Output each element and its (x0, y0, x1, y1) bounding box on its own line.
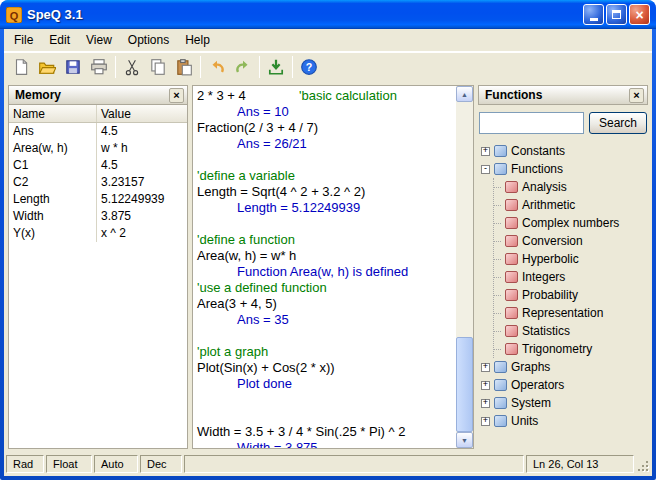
redo-button[interactable] (230, 54, 256, 80)
expand-icon[interactable] (481, 363, 490, 372)
open-button[interactable] (34, 54, 60, 80)
memory-panel: Memory × Name Value Ans 4.5 Area(w, h) w… (8, 85, 188, 449)
memory-row[interactable]: C1 4.5 (9, 157, 187, 174)
expand-icon[interactable] (481, 417, 490, 426)
tree-item-label: Graphs (511, 360, 550, 374)
memory-value: 3.875 (97, 208, 187, 225)
memory-row[interactable]: Width 3.875 (9, 208, 187, 225)
undo-icon (208, 58, 226, 76)
menu-options[interactable]: Options (120, 30, 177, 50)
copy-button[interactable] (145, 54, 171, 80)
status-message-area (184, 455, 524, 473)
tree-item-label: Trigonometry (522, 342, 592, 356)
collapse-icon[interactable] (481, 165, 490, 174)
tree-item-system[interactable]: System (481, 394, 648, 412)
tree-item-arithmetic[interactable]: Arithmetic (494, 196, 648, 214)
number-base-indicator[interactable]: Dec (140, 455, 182, 473)
column-header-name[interactable]: Name (9, 105, 97, 122)
functions-body: Search Constants Functions (478, 105, 648, 449)
memory-row[interactable]: Area(w, h) w * h (9, 140, 187, 157)
scrollbar-thumb[interactable] (456, 337, 473, 432)
menu-file[interactable]: File (6, 30, 41, 50)
tree-item-conversion[interactable]: Conversion (494, 232, 648, 250)
worksheet-result: Ans = 35 (197, 312, 456, 328)
tree-item-label: Functions (511, 162, 563, 176)
execute-button[interactable] (263, 54, 289, 80)
memory-name: C2 (9, 174, 97, 191)
worksheet-blank-line (197, 408, 456, 424)
tree-item-units[interactable]: Units (481, 412, 648, 430)
toolbar: ? (4, 51, 652, 81)
worksheet-result: Length = 5.12249939 (197, 200, 456, 216)
tree-item-functions[interactable]: Functions (481, 160, 648, 178)
resize-grip[interactable] (636, 455, 650, 473)
scrollbar-track[interactable] (456, 102, 473, 432)
title-bar[interactable]: Q SpeQ 3.1 × (0, 0, 656, 29)
functions-panel-title: Functions (485, 88, 542, 102)
functions-close-button[interactable]: × (629, 88, 644, 103)
tree-item-complex-numbers[interactable]: Complex numbers (494, 214, 648, 232)
worksheet-line: Fraction(2 / 3 + 4 / 7) (197, 120, 456, 136)
maximize-button[interactable] (606, 4, 627, 25)
menu-help[interactable]: Help (177, 30, 218, 50)
functions-tree: Constants Functions Analysis Arithmetic … (478, 142, 648, 449)
tree-item-graphs[interactable]: Graphs (481, 358, 648, 376)
tree-item-label: System (511, 396, 551, 410)
tree-item-operators[interactable]: Operators (481, 376, 648, 394)
tree-item-hyperbolic[interactable]: Hyperbolic (494, 250, 648, 268)
tree-item-probability[interactable]: Probability (494, 286, 648, 304)
tree-item-label: Conversion (522, 234, 583, 248)
memory-row[interactable]: Length 5.12249939 (9, 191, 187, 208)
worksheet-editor[interactable]: 2 * 3 + 4'basic calculation Ans = 10 Fra… (193, 86, 456, 448)
worksheet-scrollbar[interactable]: ▲ ▼ (456, 86, 473, 448)
minimize-button[interactable] (583, 4, 604, 25)
comment-text: 'basic calculation (299, 88, 397, 103)
save-button[interactable] (60, 54, 86, 80)
tree-item-analysis[interactable]: Analysis (494, 178, 648, 196)
tree-item-constants[interactable]: Constants (481, 142, 648, 160)
number-format-indicator[interactable]: Float (46, 455, 92, 473)
tree-item-trigonometry[interactable]: Trigonometry (494, 340, 648, 358)
tree-item-label: Probability (522, 288, 578, 302)
category-icon (494, 379, 507, 391)
memory-table: Name Value Ans 4.5 Area(w, h) w * h C1 4… (8, 105, 188, 449)
memory-value: 5.12249939 (97, 191, 187, 208)
worksheet-blank-line (197, 392, 456, 408)
category-icon (494, 163, 507, 175)
menu-edit[interactable]: Edit (41, 30, 78, 50)
tree-item-representation[interactable]: Representation (494, 304, 648, 322)
scroll-down-button[interactable]: ▼ (456, 432, 473, 448)
menu-view[interactable]: View (78, 30, 120, 50)
memory-row[interactable]: C2 3.23157 (9, 174, 187, 191)
search-button[interactable]: Search (589, 112, 647, 134)
app-window: Q SpeQ 3.1 × File Edit View Options Help (0, 0, 656, 480)
expand-icon[interactable] (481, 399, 490, 408)
paste-button[interactable] (171, 54, 197, 80)
tree-item-integers[interactable]: Integers (494, 268, 648, 286)
memory-value: 3.23157 (97, 174, 187, 191)
memory-close-button[interactable]: × (169, 88, 184, 103)
tree-item-label: Constants (511, 144, 565, 158)
scroll-up-button[interactable]: ▲ (456, 86, 473, 102)
cut-button[interactable] (119, 54, 145, 80)
memory-name: Y(x) (9, 225, 97, 242)
worksheet-comment: 'define a function (197, 232, 456, 248)
help-button[interactable]: ? (296, 54, 322, 80)
undo-button[interactable] (204, 54, 230, 80)
print-icon (90, 58, 108, 76)
print-button[interactable] (86, 54, 112, 80)
memory-row[interactable]: Y(x) x ^ 2 (9, 225, 187, 242)
tree-item-statistics[interactable]: Statistics (494, 322, 648, 340)
close-button[interactable]: × (629, 4, 650, 25)
new-button[interactable] (8, 54, 34, 80)
decimals-indicator[interactable]: Auto (94, 455, 138, 473)
column-header-value[interactable]: Value (97, 105, 187, 122)
new-document-icon (12, 58, 30, 76)
expand-icon[interactable] (481, 147, 490, 156)
angle-mode-indicator[interactable]: Rad (6, 455, 44, 473)
memory-name: Ans (9, 123, 97, 140)
memory-table-header: Name Value (9, 105, 187, 123)
expand-icon[interactable] (481, 381, 490, 390)
memory-row[interactable]: Ans 4.5 (9, 123, 187, 140)
search-input[interactable] (479, 112, 584, 134)
